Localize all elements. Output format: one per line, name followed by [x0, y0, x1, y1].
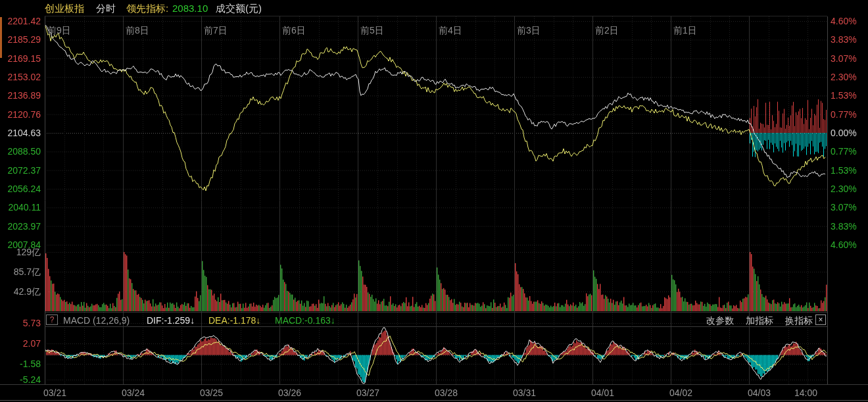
day-label: 前3日 [517, 25, 541, 36]
pct-axis-label: 0.77% [831, 146, 857, 157]
chart-mode-label[interactable]: 分时 [96, 3, 116, 14]
pct-axis-label: 3.07% [831, 202, 857, 213]
stock-chart-app: 创业板指 分时 领先指标: 2083.10 成交额(元) ? MACD (12,… [0, 0, 868, 402]
price-axis-label: 2056.24 [0, 184, 41, 194]
time-axis-label: 04/02 [669, 388, 692, 398]
price-axis-label: 2185.29 [0, 34, 41, 45]
price-axis-label: 2153.02 [0, 72, 41, 82]
symbol-name[interactable]: 创业板指 [45, 3, 84, 14]
macd-axis-label: 5.73 [0, 318, 41, 328]
time-axis-label: 03/27 [356, 388, 379, 398]
price-axis-label: 2136.89 [0, 90, 41, 101]
help-glyph: ? [50, 315, 55, 324]
close-icon[interactable]: × [815, 314, 826, 325]
pct-axis-label: 4.60% [831, 16, 857, 26]
volume-axis-label: 85.7亿 [0, 266, 41, 277]
time-axis-label: 03/31 [513, 388, 536, 398]
macd-dea-value: DEA:-1.178↓ [208, 315, 260, 326]
price-axis-label: 2104.63 [0, 128, 41, 138]
volume-axis-label: 129亿 [0, 247, 41, 257]
day-label: 前5日 [360, 25, 384, 36]
day-label: 前6日 [282, 25, 306, 36]
pct-axis-label: 2.30% [831, 184, 857, 194]
macd-axis-label: -5.24 [0, 374, 41, 385]
pct-axis-label: 1.53% [831, 90, 857, 101]
macd-axis-label: -1.58 [0, 359, 41, 369]
price-axis-label: 2201.42 [0, 16, 41, 26]
pct-axis-label: 4.60% [831, 239, 857, 250]
time-axis-label: 03/24 [122, 388, 145, 398]
day-label: 前2日 [595, 25, 619, 36]
macd-axis-label: 2.07 [0, 338, 41, 349]
leading-indicator-value: 2083.10 [172, 3, 208, 14]
time-axis-label: 14:00 [794, 388, 817, 398]
time-axis-label: 04/03 [748, 388, 771, 398]
price-axis-label: 2120.76 [0, 109, 41, 120]
leading-indicator-label: 领先指标: [126, 3, 168, 14]
volume-title: 成交额(元) [216, 3, 262, 14]
pct-axis-label: 3.83% [831, 34, 857, 45]
time-axis-label: 03/25 [200, 388, 223, 398]
time-axis-label: 03/21 [43, 388, 66, 398]
volume-axis-label: 42.9亿 [0, 286, 41, 297]
switch-indicator-button[interactable]: 换指标 [785, 315, 813, 326]
help-icon[interactable]: ? [46, 314, 58, 325]
price-axis-label: 2169.15 [0, 53, 41, 64]
chart-canvas[interactable] [0, 0, 868, 402]
edit-params-button[interactable]: 改参数 [706, 315, 734, 326]
pct-axis-label: 0.00% [831, 128, 857, 138]
price-axis-label: 2072.37 [0, 165, 41, 176]
price-axis-label: 2088.50 [0, 146, 41, 157]
macd-dif-value: DIF:-1.259↓ [147, 315, 195, 326]
add-indicator-button[interactable]: 加指标 [746, 315, 773, 326]
pct-axis-label: 3.07% [831, 53, 857, 64]
close-glyph: × [818, 315, 823, 324]
time-axis-label: 04/01 [591, 388, 614, 398]
macd-indicator-name[interactable]: MACD (12,26,9) [63, 315, 130, 326]
pct-axis-label: 1.53% [831, 165, 857, 176]
day-label: 前9日 [47, 25, 71, 36]
day-label: 前7日 [204, 25, 228, 36]
price-axis-label: 2040.11 [0, 202, 41, 213]
time-axis-label: 03/26 [278, 388, 301, 398]
pct-axis-label: 2.30% [831, 72, 857, 82]
price-axis-label: 2023.97 [0, 221, 41, 232]
day-label: 前4日 [439, 25, 462, 36]
day-label: 前8日 [126, 25, 149, 36]
macd-macd-value: MACD:-0.163↓ [275, 315, 335, 326]
pct-axis-label: 0.77% [831, 109, 857, 120]
time-axis-label: 03/28 [435, 388, 458, 398]
pct-axis-label: 3.83% [831, 221, 857, 232]
day-label: 前1日 [673, 25, 697, 36]
